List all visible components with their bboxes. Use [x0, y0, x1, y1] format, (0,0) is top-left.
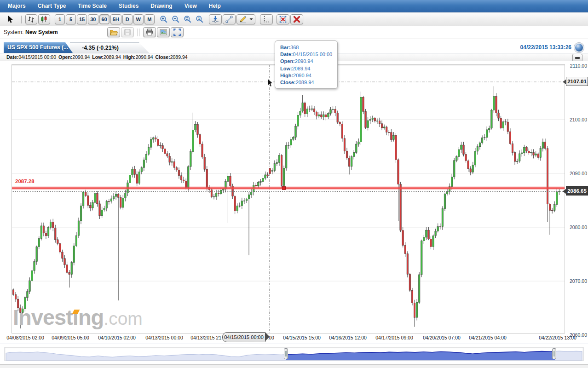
tooltip-line-close: Close:2089.94	[280, 79, 337, 86]
clock-timestamp: 04/22/2015 13:33:26	[520, 44, 571, 51]
current-price-tag: 2086.65	[566, 186, 588, 196]
interval-button-15[interactable]: 15	[77, 14, 87, 24]
save-system-button	[121, 27, 134, 37]
y-axis-label: 2110.00	[566, 63, 587, 69]
delete-all-button[interactable]	[290, 14, 303, 24]
x-axis-label: 04/09/2015 05:00	[52, 335, 89, 340]
investing-watermark: Investıng.com	[13, 305, 143, 330]
x-axis-label: 04/15/2015 15:00	[283, 335, 321, 340]
zoom-out-button[interactable]	[170, 14, 181, 25]
system-buttons	[107, 27, 184, 37]
system-label: System:	[4, 29, 23, 35]
y-axis-label: 2100.00	[566, 117, 587, 122]
y-axis-label: 2090.00	[566, 171, 587, 176]
fullscreen-button[interactable]	[171, 27, 184, 37]
tooltip-line-high: High:2090.94	[280, 72, 337, 79]
open-system-button[interactable]	[107, 27, 120, 37]
interval-button-d[interactable]: D	[122, 14, 133, 24]
pencil-tool-button[interactable]	[236, 14, 255, 24]
y-axis-label: 2080.00	[566, 224, 587, 230]
interval-button-5h[interactable]: 5H	[110, 14, 121, 24]
bottom-strip	[0, 364, 588, 368]
interval-button-1[interactable]: 1	[55, 14, 65, 24]
pointer-tool[interactable]	[5, 14, 16, 25]
system-name: New System	[25, 29, 58, 35]
system-row: System: New System	[0, 26, 588, 39]
tooltip-line-low: Low:2089.94	[280, 65, 337, 72]
navigator-divider	[0, 344, 588, 344]
bar-data-tooltip: Bar:368Date:04/15/2015 00:00Open:2090.94…	[275, 40, 338, 89]
bar-chart-type-button[interactable]	[25, 14, 37, 24]
delete-selected-button[interactable]	[277, 14, 289, 24]
menu-item-view[interactable]: View	[180, 0, 202, 12]
x-axis-label: 04/22/2015 13:00	[539, 335, 576, 340]
minus-icon	[575, 57, 580, 59]
navigator-right-handle[interactable]	[552, 348, 556, 359]
zoom-in-button[interactable]	[158, 14, 169, 25]
print-button[interactable]	[143, 27, 156, 37]
x-axis-label: 04/16/2015 12:00	[329, 335, 367, 340]
crosshair-date-tag: 04/15/2015 00:00	[222, 332, 265, 342]
navigator-track[interactable]	[5, 347, 583, 361]
tooltip-line-open: Open:2090.94	[280, 58, 337, 65]
price-change: -4.35 (-0.21%)	[82, 45, 119, 51]
menu-item-chart-type[interactable]: Chart Type	[33, 0, 71, 12]
collapse-panel-button[interactable]	[572, 54, 582, 62]
menu-item-studies[interactable]: Studies	[114, 0, 143, 12]
ohlc-field-date: Date:04/15/2015 00:00	[6, 54, 56, 60]
menu-item-time-scale[interactable]: Time Scale	[73, 0, 111, 12]
ohlc-field-high: High:2090.94	[123, 54, 153, 60]
candlestick-chart-type-button[interactable]	[38, 14, 50, 24]
menu-item-majors[interactable]: Majors	[3, 0, 30, 12]
zoom-box-button[interactable]	[182, 14, 193, 25]
x-axis-label: 04/13/2015 00:00	[145, 335, 183, 340]
price-chart-plot[interactable]	[12, 64, 565, 334]
crosshair-tool-button[interactable]	[260, 14, 273, 24]
x-axis-label: 04/20/2015 07:00	[423, 335, 461, 340]
zoom-reset-button[interactable]: 1	[194, 14, 205, 25]
toolbar-separator	[20, 16, 22, 23]
interval-button-m[interactable]: M	[144, 14, 155, 24]
sphere-icon[interactable]	[574, 43, 584, 52]
ohlc-field-close: Close:2089.94	[156, 54, 188, 60]
x-axis-label: 04/21/2015 04:00	[469, 335, 507, 340]
interval-button-60[interactable]: 60	[99, 14, 110, 24]
ohlc-field-open: Open:2090.94	[58, 54, 90, 60]
mouse-cursor	[267, 79, 275, 88]
interval-button-w[interactable]: W	[133, 14, 144, 24]
tooltip-line-date: Date:04/15/2015 00:00	[280, 51, 337, 58]
ohlc-info-text: Date:04/15/2015 00:00Open:2090.94Low:208…	[6, 54, 190, 60]
session-high-tag: 2107.01	[566, 77, 588, 86]
horizontal-line-price-label: 2087.28	[15, 178, 35, 184]
navigator-minimap[interactable]	[5, 347, 583, 361]
export-image-button[interactable]	[157, 27, 170, 37]
x-axis-label: 04/10/2015 02:00	[98, 335, 136, 340]
watermark-orange-dot-i: ı	[73, 305, 78, 329]
trend-line-tool-button[interactable]	[223, 14, 236, 24]
navigator-left-handle[interactable]	[284, 348, 288, 359]
horizontal-line-tool-button[interactable]	[209, 14, 222, 24]
symbol-tab[interactable]: US SPX 500 Futures (...	[4, 42, 73, 53]
symbol-title: US SPX 500 Futures (...	[7, 44, 68, 51]
x-axis-label: 04/08/2015 02:00	[6, 335, 44, 340]
trading-chart-app: MajorsChart TypeTime ScaleStudiesDrawing…	[0, 0, 588, 368]
change-tab: -4.35 (-0.21%)	[70, 42, 149, 53]
interval-button-5[interactable]: 5	[66, 14, 76, 24]
menubar: MajorsChart TypeTime ScaleStudiesDrawing…	[0, 0, 588, 12]
y-axis-label: 2070.00	[566, 278, 587, 284]
menu-item-help[interactable]: Help	[204, 0, 225, 12]
x-axis-label: 04/17/2015 09:00	[375, 335, 413, 340]
svg-text:1: 1	[198, 17, 200, 21]
chevron-down-icon	[249, 18, 253, 21]
ohlc-field-low: Low:2089.94	[92, 54, 121, 60]
toolbar: 151530605HDWM1	[0, 13, 588, 26]
menu-item-drawing[interactable]: Drawing	[146, 0, 177, 12]
tooltip-line-bar: Bar:368	[280, 44, 337, 51]
interval-button-30[interactable]: 30	[88, 14, 98, 24]
